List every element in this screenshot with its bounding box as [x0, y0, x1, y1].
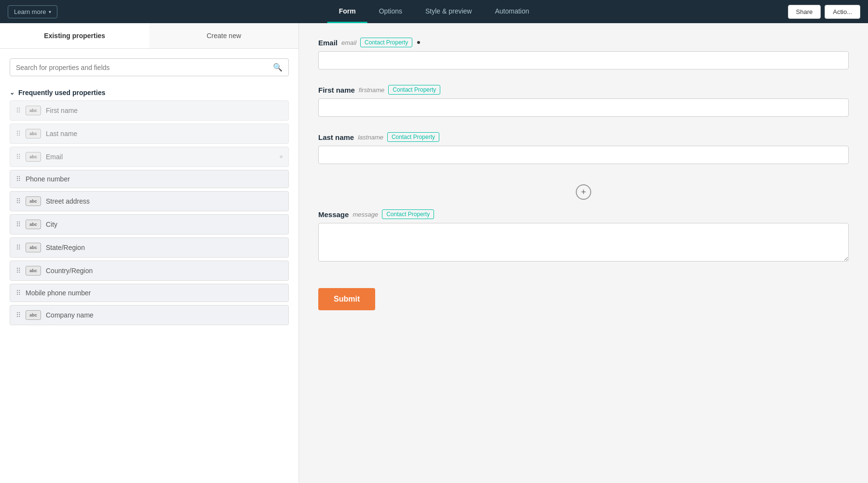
submit-button[interactable]: Submit: [318, 288, 375, 310]
drag-handle-icon: ⠿: [16, 244, 21, 251]
field-label-main: Last name: [318, 133, 354, 141]
field-type-icon: abc: [26, 152, 41, 162]
field-label-main: Message: [318, 210, 349, 219]
field-label-sub: firstname: [359, 86, 384, 94]
property-name: Phone number: [26, 175, 70, 183]
learn-more-button[interactable]: Learn more ▾: [8, 5, 57, 18]
form-field-email: Email email Contact Property: [318, 38, 849, 69]
top-right-buttons: Share Actio...: [788, 5, 860, 19]
search-input[interactable]: [16, 64, 269, 71]
property-name: Company name: [46, 311, 94, 319]
list-item[interactable]: ⠿ abc Country/Region: [10, 261, 289, 281]
drag-handle-icon: ⠿: [16, 107, 21, 114]
field-type-icon: abc: [26, 196, 41, 206]
share-button[interactable]: Share: [788, 5, 821, 19]
contact-property-badge: Contact Property: [382, 209, 434, 219]
field-type-icon: abc: [26, 106, 41, 115]
top-bar: Learn more ▾ Form Options Style & previe…: [0, 0, 868, 23]
field-label-row-email: Email email Contact Property: [318, 38, 849, 47]
property-name: Last name: [46, 130, 77, 138]
required-dot: [417, 41, 420, 44]
tab-form[interactable]: Form: [327, 0, 367, 23]
lastname-input[interactable]: [318, 146, 849, 164]
property-name: Street address: [46, 197, 90, 205]
form-field-firstname: First name firstname Contact Property: [318, 85, 849, 117]
drag-handle-icon: ⠿: [16, 153, 21, 161]
list-item: ⠿ abc First name: [10, 100, 289, 121]
property-name: State/Region: [46, 244, 85, 251]
field-type-icon: abc: [26, 266, 41, 276]
add-field-button[interactable]: +: [576, 184, 591, 200]
form-field-lastname: Last name lastname Contact Property: [318, 132, 849, 164]
contact-property-badge: Contact Property: [387, 132, 439, 142]
field-type-icon: abc: [26, 310, 41, 320]
field-label-row-lastname: Last name lastname Contact Property: [318, 132, 849, 142]
list-item[interactable]: ⠿ abc Company name: [10, 305, 289, 325]
list-item[interactable]: ⠿ abc City: [10, 214, 289, 235]
panel-tab-create-new[interactable]: Create new: [149, 23, 299, 48]
chevron-down-icon: ▾: [49, 9, 51, 14]
drag-handle-icon: ⠿: [16, 267, 21, 275]
property-name: Country/Region: [46, 267, 93, 275]
list-item[interactable]: ⠿ abc Street address: [10, 191, 289, 211]
tab-style-preview[interactable]: Style & preview: [414, 0, 483, 23]
required-indicator: [280, 155, 283, 158]
tab-automation[interactable]: Automation: [483, 0, 541, 23]
panel-tab-existing[interactable]: Existing properties: [0, 23, 149, 48]
list-item[interactable]: ⠿ Phone number: [10, 170, 289, 188]
field-label-main: Email: [318, 39, 338, 47]
drag-handle-icon: ⠿: [16, 197, 21, 205]
nav-tabs: Form Options Style & preview Automation: [327, 0, 541, 23]
field-label-sub: lastname: [358, 134, 383, 141]
search-icon: 🔍: [273, 63, 283, 72]
firstname-input[interactable]: [318, 98, 849, 117]
section-header: ⌄ Frequently used properties: [0, 81, 298, 100]
list-item: ⠿ abc Email: [10, 147, 289, 167]
drag-handle-icon: ⠿: [16, 221, 21, 228]
property-name: Mobile phone number: [26, 289, 91, 297]
contact-property-badge: Contact Property: [360, 38, 412, 47]
drag-handle-icon: ⠿: [16, 311, 21, 319]
drag-handle-icon: ⠿: [16, 175, 21, 183]
contact-property-badge: Contact Property: [388, 85, 440, 95]
list-item[interactable]: ⠿ Mobile phone number: [10, 284, 289, 302]
field-label-sub: message: [353, 211, 378, 218]
field-label-main: First name: [318, 86, 355, 94]
search-area: 🔍: [0, 49, 298, 81]
field-label-row-firstname: First name firstname Contact Property: [318, 85, 849, 95]
drag-handle-icon: ⠿: [16, 289, 21, 297]
list-item[interactable]: ⠿ abc State/Region: [10, 237, 289, 258]
field-type-icon: abc: [26, 220, 41, 229]
properties-list: ⠿ abc First name ⠿ abc Last name ⠿ abc E…: [0, 100, 298, 328]
field-type-icon: abc: [26, 129, 41, 138]
field-label-row-message: Message message Contact Property: [318, 209, 849, 219]
action-button[interactable]: Actio...: [825, 5, 860, 19]
form-field-message: Message message Contact Property: [318, 209, 849, 263]
list-item: ⠿ abc Last name: [10, 124, 289, 144]
search-box: 🔍: [10, 58, 289, 76]
panel-tabs: Existing properties Create new: [0, 23, 298, 49]
email-input[interactable]: [318, 51, 849, 69]
left-panel: Existing properties Create new 🔍 ⌄ Frequ…: [0, 23, 299, 483]
learn-more-label: Learn more: [14, 8, 46, 15]
property-name: First name: [46, 107, 78, 114]
message-textarea[interactable]: [318, 223, 849, 262]
main-container: Existing properties Create new 🔍 ⌄ Frequ…: [0, 23, 868, 483]
property-name: City: [46, 221, 57, 228]
drag-handle-icon: ⠿: [16, 130, 21, 138]
plus-icon: +: [581, 187, 586, 197]
tab-options[interactable]: Options: [367, 0, 414, 23]
field-type-icon: abc: [26, 243, 41, 252]
property-name: Email: [46, 153, 63, 161]
section-label: Frequently used properties: [18, 89, 105, 97]
field-label-sub: email: [341, 39, 356, 46]
collapse-icon[interactable]: ⌄: [10, 89, 14, 96]
right-panel: Email email Contact Property First name …: [299, 23, 868, 483]
